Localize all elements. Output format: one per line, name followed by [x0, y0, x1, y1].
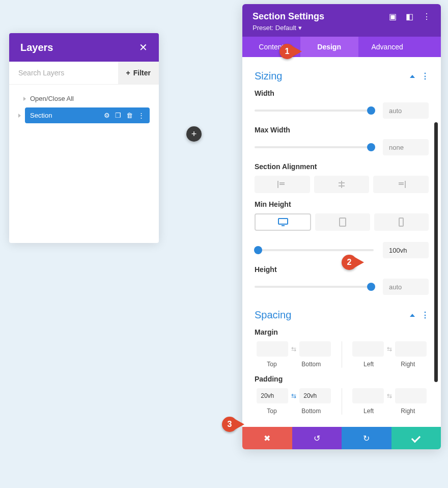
add-section-button[interactable]: + — [186, 126, 202, 142]
layers-header: Layers ✕ — [9, 33, 159, 62]
open-close-label: Open/Close All — [30, 95, 74, 102]
more-icon[interactable] — [421, 310, 429, 320]
layer-item-section[interactable]: Section ⚙ ❐ 🗑 — [25, 107, 150, 123]
redo-button[interactable]: ↻ — [342, 427, 391, 449]
right-label: Right — [401, 408, 415, 415]
max-width-input[interactable]: none — [383, 139, 429, 155]
link-icon[interactable]: ⇆ — [291, 392, 296, 399]
device-phone-button[interactable] — [374, 213, 429, 231]
close-icon: ✖ — [264, 433, 270, 443]
chevron-up-icon[interactable] — [410, 314, 415, 317]
settings-header: Section Settings ▣ ◧ Preset: Default ▾ — [242, 4, 441, 37]
chevron-right-icon[interactable] — [18, 114, 21, 118]
align-left-icon — [277, 181, 287, 188]
open-close-all[interactable]: Open/Close All — [18, 91, 150, 107]
align-center-button[interactable] — [314, 176, 370, 193]
more-icon[interactable] — [421, 71, 429, 81]
close-icon[interactable]: ✕ — [139, 41, 148, 53]
padding-label: Padding — [255, 375, 429, 383]
min-height-input[interactable]: 100vh — [383, 242, 429, 258]
chevron-right-icon — [23, 97, 26, 101]
min-height-slider[interactable] — [255, 249, 374, 251]
margin-label: Margin — [255, 328, 429, 336]
height-input[interactable]: auto — [383, 279, 429, 295]
phone-icon — [399, 218, 404, 227]
settings-tabs: Content Design Advanced — [242, 37, 441, 57]
padding-top-input[interactable]: 20vh — [257, 388, 288, 403]
height-slider[interactable] — [255, 286, 374, 288]
margin-left-input[interactable] — [352, 341, 384, 357]
spacing-header[interactable]: Spacing — [255, 309, 429, 321]
link-icon[interactable]: ⇆ — [387, 345, 392, 353]
padding-right-input[interactable] — [395, 388, 427, 403]
settings-panel: Section Settings ▣ ◧ Preset: Default ▾ C… — [242, 4, 441, 449]
padding-grid: 20vh ⇆ 20vh Top Bottom ⇆ Left Rig — [255, 388, 429, 415]
slider-thumb[interactable] — [367, 283, 375, 291]
padding-bottom-input[interactable]: 20vh — [299, 388, 331, 403]
link-icon[interactable]: ⇆ — [291, 345, 296, 353]
max-width-label: Max Width — [255, 126, 429, 134]
device-tablet-button[interactable] — [315, 213, 370, 231]
align-right-button[interactable] — [373, 176, 429, 193]
spacing-title: Spacing — [255, 309, 291, 321]
duplicate-icon[interactable]: ❐ — [115, 112, 121, 119]
tablet-icon — [339, 218, 346, 227]
undo-button[interactable]: ↺ — [292, 427, 342, 449]
save-button[interactable] — [391, 427, 441, 449]
link-icon[interactable]: ⇆ — [387, 392, 392, 399]
margin-top-input[interactable] — [257, 341, 288, 357]
svg-rect-1 — [340, 218, 346, 226]
filter-button[interactable]: Filter — [118, 62, 159, 84]
align-left-button[interactable] — [255, 176, 310, 193]
padding-left-input[interactable] — [352, 388, 384, 403]
slider-thumb[interactable] — [367, 143, 375, 151]
redo-icon: ↻ — [363, 433, 370, 443]
chevron-up-icon[interactable] — [410, 75, 415, 78]
svg-rect-0 — [278, 219, 288, 224]
bottom-actions: ✖ ↺ ↻ — [242, 427, 441, 449]
plus-icon — [126, 69, 130, 77]
alignment-segmented — [255, 176, 429, 193]
layer-item-icons: ⚙ ❐ 🗑 — [104, 112, 145, 119]
right-label: Right — [401, 361, 415, 368]
settings-title: Section Settings — [253, 11, 324, 22]
cancel-button[interactable]: ✖ — [242, 427, 292, 449]
tab-design[interactable]: Design — [300, 37, 358, 57]
width-slider[interactable] — [255, 110, 374, 112]
slider-thumb[interactable] — [367, 106, 375, 115]
search-input[interactable] — [9, 62, 118, 84]
layers-title: Layers — [20, 42, 53, 53]
sizing-title: Sizing — [255, 70, 282, 82]
width-label: Width — [255, 89, 429, 97]
top-label: Top — [267, 361, 276, 368]
sizing-header[interactable]: Sizing — [255, 70, 429, 82]
max-width-slider[interactable] — [255, 146, 374, 148]
margin-right-input[interactable] — [395, 341, 427, 357]
scrollbar-thumb[interactable] — [434, 122, 438, 382]
device-desktop-button[interactable] — [255, 213, 311, 231]
trash-icon[interactable]: 🗑 — [126, 112, 133, 119]
focus-icon[interactable]: ▣ — [389, 12, 397, 21]
layers-body: Open/Close All Section ⚙ ❐ 🗑 — [9, 85, 159, 129]
align-center-icon — [337, 181, 346, 188]
tab-advanced[interactable]: Advanced — [358, 37, 441, 57]
more-icon[interactable] — [138, 112, 145, 119]
width-input[interactable]: auto — [383, 102, 429, 119]
align-right-icon — [397, 181, 406, 188]
svg-rect-2 — [399, 218, 403, 226]
plus-icon: + — [191, 129, 197, 140]
settings-body[interactable]: Sizing Width auto Max Width none Section… — [242, 57, 441, 427]
margin-bottom-input[interactable] — [299, 341, 331, 357]
columns-icon[interactable]: ◧ — [406, 12, 413, 21]
alignment-label: Section Alignment — [255, 162, 429, 171]
gear-icon[interactable]: ⚙ — [104, 112, 110, 119]
undo-icon: ↺ — [314, 433, 320, 443]
top-label: Top — [267, 408, 276, 415]
responsive-segmented — [255, 213, 429, 231]
layers-panel: Layers ✕ Filter Open/Close All Section ⚙… — [9, 33, 159, 243]
preset-selector[interactable]: Preset: Default ▾ — [253, 24, 431, 32]
slider-thumb[interactable] — [254, 246, 262, 254]
more-icon[interactable] — [423, 12, 431, 21]
margin-grid: ⇆ Top Bottom ⇆ Left Right — [255, 341, 429, 368]
filter-label: Filter — [133, 69, 151, 77]
